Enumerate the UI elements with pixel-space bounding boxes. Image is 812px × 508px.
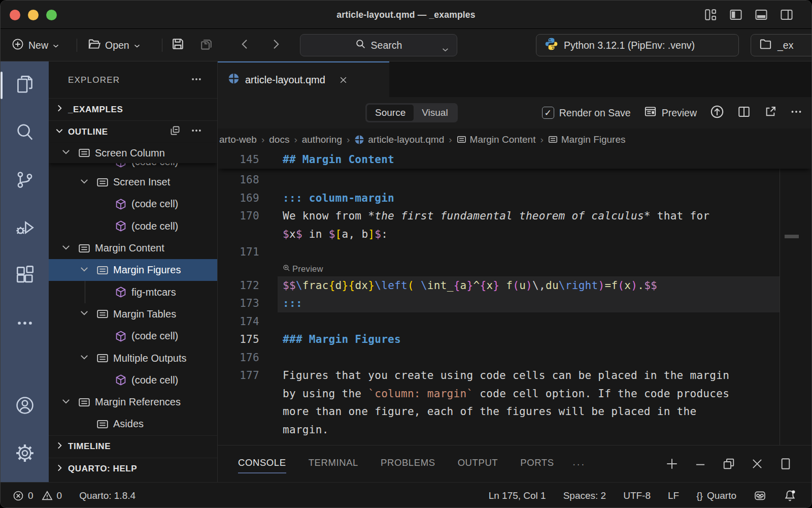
section-symbol-icon (96, 308, 109, 320)
indentation-status[interactable]: Spaces: 2 (563, 490, 606, 501)
activity-source-control[interactable] (1, 157, 49, 205)
sidebar-section-quarto-help[interactable]: QUARTO: HELP (49, 458, 217, 480)
more-actions-icon[interactable] (191, 74, 202, 87)
outline-item[interactable]: (code cell) (49, 193, 217, 215)
search-input[interactable]: Search (300, 34, 457, 56)
breadcrumb-item[interactable]: article-layout.qmd (354, 134, 444, 145)
toggle-panel-icon[interactable] (755, 8, 768, 21)
panel-tab-terminal[interactable]: TERMINAL (309, 454, 358, 473)
outline-item[interactable]: Screen Inset (49, 171, 217, 193)
notifications-bell-icon[interactable] (784, 489, 796, 502)
code-cell-icon (115, 163, 127, 168)
settings-icon (15, 443, 35, 465)
sidebar-section-examples[interactable]: _EXAMPLES (49, 98, 217, 120)
outline-item[interactable]: Multiple Outputs (49, 347, 217, 369)
more-icon (15, 313, 35, 335)
sidebar-section-timeline[interactable]: TIMELINE (49, 435, 217, 458)
restore-icon[interactable] (722, 457, 735, 470)
language-mode-status[interactable]: {} Quarto (696, 490, 736, 501)
close-icon[interactable] (751, 457, 764, 470)
activity-files[interactable] (1, 61, 49, 109)
zoom-in-icon (283, 264, 290, 274)
cursor-position-status[interactable]: Ln 175, Col 1 (489, 490, 546, 501)
navigate-back-button[interactable] (239, 29, 251, 61)
save-all-icon (199, 37, 213, 53)
editor-action-bar: Source Visual ✓ Render on Save Preview (218, 97, 811, 129)
activity-run-debug[interactable] (1, 205, 49, 252)
render-document-icon[interactable] (710, 105, 724, 121)
outline-item[interactable]: fig-mtcars (49, 281, 217, 303)
save-button[interactable] (171, 29, 185, 61)
customize-layout-icon[interactable] (704, 8, 717, 21)
status-bar: 0 0 Quarto: 1.8.4 Ln 175, Col 1 Spaces: … (1, 482, 811, 508)
code-line: 174 (218, 312, 811, 331)
outline-item[interactable]: Margin Figures (49, 259, 217, 281)
close-tab-icon[interactable] (339, 76, 348, 84)
panel-tab-output[interactable]: OUTPUT (458, 454, 498, 473)
workspace-folder-button[interactable]: _ex (751, 34, 812, 56)
render-on-save-toggle[interactable]: ✓ Render on Save (542, 107, 631, 119)
eol-status[interactable]: LF (668, 490, 679, 501)
outline-item[interactable]: Margin Tables (49, 303, 217, 325)
math-preview-lens[interactable]: Preview (278, 264, 780, 274)
more-panel-tabs-icon[interactable]: ··· (572, 458, 586, 470)
more-actions-icon[interactable] (790, 106, 802, 120)
visual-mode-button[interactable]: Visual (414, 105, 456, 121)
activity-extensions[interactable] (1, 252, 49, 300)
feedback-icon[interactable] (754, 489, 766, 502)
breadcrumb-item[interactable]: authoring (302, 134, 342, 145)
line-number: 169 (218, 192, 278, 204)
encoding-status[interactable]: UTF-8 (623, 490, 651, 501)
activity-more[interactable] (1, 300, 49, 348)
outline-item[interactable]: Margin Content (49, 237, 217, 259)
extensions-icon (15, 266, 35, 287)
panel-tab-ports[interactable]: PORTS (520, 454, 554, 473)
panel-tab-problems[interactable]: PROBLEMS (381, 454, 435, 473)
editor-tab[interactable]: article-layout.qmd (218, 61, 389, 97)
more-actions-icon[interactable] (191, 125, 202, 139)
maximize-panel-icon[interactable] (779, 457, 792, 470)
outline-item[interactable]: Asides (49, 413, 217, 435)
outline-item[interactable]: (code cell) (49, 325, 217, 347)
code-editor[interactable]: 145## Margin Content168169::: column-mar… (218, 150, 811, 445)
panel-tab-console[interactable]: CONSOLE (238, 454, 286, 473)
open-button[interactable]: Open (88, 29, 140, 61)
sidebar-section-outline[interactable]: OUTLINE (49, 120, 217, 143)
outline-item[interactable]: (code cell) (49, 163, 217, 171)
new-button[interactable]: New (12, 29, 59, 61)
collapse-all-icon[interactable] (170, 125, 181, 139)
breadcrumb-item[interactable]: arto-web (219, 134, 257, 145)
editor-scrollbar[interactable] (780, 150, 811, 445)
minimize-icon[interactable] (694, 457, 707, 470)
folder-icon (759, 38, 772, 53)
open-external-icon[interactable] (764, 105, 777, 120)
breadcrumb-item[interactable]: Margin Figures (548, 134, 626, 145)
add-icon[interactable] (665, 457, 679, 470)
activity-account[interactable] (1, 383, 49, 430)
toggle-sidebar-icon[interactable] (729, 8, 742, 21)
activity-bar (1, 61, 49, 482)
save-all-button[interactable] (199, 29, 213, 61)
outline-item[interactable]: (code cell) (49, 215, 217, 237)
outline-item[interactable]: (code cell) (49, 369, 217, 391)
outline-item[interactable]: Margin References (49, 391, 217, 413)
source-control-icon (15, 170, 35, 192)
chevron-right-icon (55, 104, 64, 115)
chevron-left-icon (239, 38, 251, 53)
line-number: 175 (218, 333, 278, 345)
problems-indicator[interactable]: 0 0 (13, 490, 62, 501)
outline-item[interactable]: Screen Column (49, 143, 217, 163)
quarto-version-status[interactable]: Quarto: 1.8.4 (79, 490, 136, 501)
activity-search[interactable] (1, 109, 49, 157)
interpreter-selector[interactable]: Python 3.12.1 (PipEnv: .venv) (536, 34, 739, 56)
navigate-forward-button[interactable] (269, 29, 282, 61)
source-mode-button[interactable]: Source (367, 105, 414, 121)
save-icon (171, 37, 185, 53)
split-editor-icon[interactable] (737, 105, 751, 120)
preview-button[interactable]: Preview (644, 105, 697, 120)
chevron-down-icon[interactable] (442, 43, 449, 55)
breadcrumb-item[interactable]: Margin Content (457, 134, 536, 145)
activity-settings[interactable] (1, 430, 49, 478)
toggle-secondary-sidebar-icon[interactable] (780, 8, 793, 21)
breadcrumb-item[interactable]: docs (269, 134, 289, 145)
